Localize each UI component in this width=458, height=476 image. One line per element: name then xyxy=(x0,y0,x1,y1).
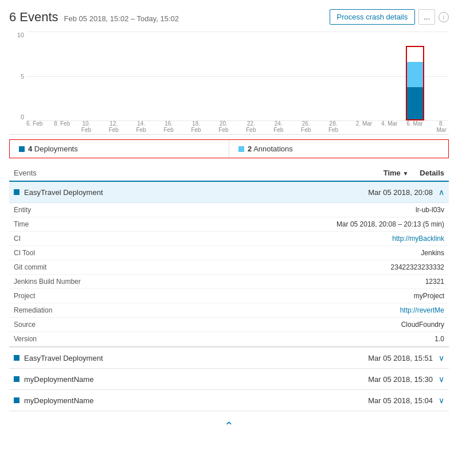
x-label-12feb: 12.Feb xyxy=(109,120,119,133)
svg-rect-1 xyxy=(238,146,244,152)
event-row-1: EasyTravel Deployment Mar 05 2018, 20:08… xyxy=(9,182,449,347)
scroll-up-button[interactable]: ⌃ xyxy=(224,419,234,433)
detail-label-time: Time xyxy=(14,220,29,228)
legend-annotations[interactable]: 2 Annotations xyxy=(229,140,448,158)
chart-container: 10 5 0 6. Feb 8. Feb 10.Feb xyxy=(9,32,449,135)
event-name-3: myDeploymentName xyxy=(24,375,93,384)
chevron-down-2[interactable]: ∨ xyxy=(439,353,444,362)
svg-rect-4 xyxy=(14,376,19,382)
detail-value-jenkins: 12321 xyxy=(425,278,444,286)
event-time-4: Mar 05 2018, 15:04 xyxy=(368,396,433,405)
detail-row-git: Git commit 23422323233332 xyxy=(9,260,449,275)
event-time-2: Mar 05 2018, 15:51 xyxy=(368,354,433,362)
event-dot-1 xyxy=(14,189,19,195)
event-left-1: EasyTravel Deployment xyxy=(14,188,103,197)
event-left-2: EasyTravel Deployment xyxy=(14,354,103,362)
detail-value-ci[interactable]: http://myBacklink xyxy=(392,235,444,243)
table-header: Events Time ▼ Details xyxy=(9,165,449,182)
scroll-up-container: ⌃ xyxy=(9,411,449,441)
chevron-down-4[interactable]: ∨ xyxy=(439,396,444,405)
info-icon[interactable]: i xyxy=(439,12,449,22)
x-label-20feb: 20.Feb xyxy=(218,120,228,133)
page-container: 6 Events Feb 05 2018, 15:02 – Today, 15:… xyxy=(0,0,458,450)
event-right-3: Mar 05 2018, 15:30 ∨ xyxy=(368,374,444,384)
header-right: Process crash details ... i xyxy=(330,9,449,25)
event-row-2[interactable]: EasyTravel Deployment Mar 05 2018, 15:51… xyxy=(9,347,449,369)
col-events-label: Events xyxy=(14,169,37,177)
detail-value-source: CloudFoundry xyxy=(401,321,444,329)
svg-rect-0 xyxy=(19,146,25,152)
detail-value-time: Mar 05 2018, 20:08 – 20:13 (5 min) xyxy=(336,220,444,228)
chevron-down-3[interactable]: ∨ xyxy=(439,374,444,384)
event-name-4: myDeploymentName xyxy=(24,396,93,405)
col-details-header: Details xyxy=(420,169,444,177)
header: 6 Events Feb 05 2018, 15:02 – Today, 15:… xyxy=(9,9,449,25)
x-label-6mar: 6. Mar xyxy=(406,120,422,127)
detail-label-git: Git commit xyxy=(14,263,46,271)
event-left-4: myDeploymentName xyxy=(14,396,93,405)
detail-label-project: Project xyxy=(14,292,35,300)
detail-row-ci-tool: CI Tool Jenkins xyxy=(9,246,449,260)
legend-annotations-label: 2 Annotations xyxy=(248,145,293,153)
detail-label-source: Source xyxy=(14,321,36,329)
more-button[interactable]: ... xyxy=(418,9,435,25)
x-label-14feb: 14.Feb xyxy=(136,120,146,133)
detail-label-version: Version xyxy=(14,335,37,343)
detail-label-ci: CI xyxy=(14,235,21,243)
detail-row-source: Source CloudFoundry xyxy=(9,318,449,332)
col-time-header[interactable]: Time ▼ xyxy=(383,169,409,177)
x-label-18feb: 18.Feb xyxy=(191,120,201,133)
detail-label-entity: Entity xyxy=(14,206,31,214)
x-label-10feb: 10.Feb xyxy=(81,120,91,133)
x-label-4mar: 4. Mar xyxy=(381,120,397,127)
y-label-10: 10 xyxy=(17,32,24,38)
detail-row-jenkins: Jenkins Build Number 12321 xyxy=(9,275,449,289)
x-label-16feb: 16.Feb xyxy=(164,120,174,133)
event-time-1: Mar 05 2018, 20:08 xyxy=(368,188,433,197)
events-count: 6 Events xyxy=(9,10,58,25)
detail-value-version: 1.0 xyxy=(434,335,444,343)
x-label-22feb: 22.Feb xyxy=(246,120,256,133)
event-time-3: Mar 05 2018, 15:30 xyxy=(368,375,433,384)
detail-value-project: myProject xyxy=(414,292,444,300)
event-dot-2 xyxy=(14,355,19,361)
date-range: Feb 05 2018, 15:02 – Today, 15:02 xyxy=(64,14,179,23)
event-row-main-1[interactable]: EasyTravel Deployment Mar 05 2018, 20:08… xyxy=(9,182,449,203)
deployment-icon xyxy=(19,146,25,152)
event-name-2: EasyTravel Deployment xyxy=(24,354,103,362)
event-right-4: Mar 05 2018, 15:04 ∨ xyxy=(368,396,444,405)
event-right-2: Mar 05 2018, 15:51 ∨ xyxy=(368,353,444,362)
event-left-3: myDeploymentName xyxy=(14,375,93,384)
event-row-3[interactable]: myDeploymentName Mar 05 2018, 15:30 ∨ xyxy=(9,369,449,390)
x-axis: 6. Feb 8. Feb 10.Feb 12.Feb 14.Feb 16.Fe… xyxy=(26,120,449,134)
legend-container: 4 Deployments 2 Annotations xyxy=(9,139,449,158)
detail-value-remediation[interactable]: http://revertMe xyxy=(400,306,444,314)
detail-value-git: 23422323233332 xyxy=(391,263,444,271)
x-label-8mar: 8. Mar xyxy=(434,120,449,133)
x-label-28feb: 28.Feb xyxy=(328,120,338,133)
svg-rect-3 xyxy=(14,355,19,361)
detail-row-project: Project myProject xyxy=(9,289,449,303)
detail-label-ci-tool: CI Tool xyxy=(14,249,35,257)
x-label-2mar: 2. Mar xyxy=(356,120,372,127)
event-name-1: EasyTravel Deployment xyxy=(24,188,103,197)
bar-segment-light xyxy=(407,62,423,87)
y-axis: 10 5 0 xyxy=(9,32,26,120)
x-label-26feb: 26.Feb xyxy=(301,120,311,133)
detail-value-ci-tool: Jenkins xyxy=(421,249,444,257)
x-label-8feb: 8. Feb xyxy=(54,120,70,127)
legend-deployments[interactable]: 4 Deployments xyxy=(10,140,229,158)
bar-segment-dark xyxy=(407,87,423,120)
event-row-4[interactable]: myDeploymentName Mar 05 2018, 15:04 ∨ xyxy=(9,390,449,411)
header-left: 6 Events Feb 05 2018, 15:02 – Today, 15:… xyxy=(9,10,179,25)
y-label-0: 0 xyxy=(21,114,24,120)
process-crash-button[interactable]: Process crash details xyxy=(330,9,416,25)
event-dot-3 xyxy=(14,376,19,382)
chart-area xyxy=(26,32,449,120)
detail-section-1: Entity lr-ub-l03v Time Mar 05 2018, 20:0… xyxy=(9,203,449,347)
detail-label-remediation: Remediation xyxy=(14,306,52,314)
detail-row-remediation: Remediation http://revertMe xyxy=(9,303,449,318)
detail-row-time: Time Mar 05 2018, 20:08 – 20:13 (5 min) xyxy=(9,217,449,232)
detail-label-jenkins: Jenkins Build Number xyxy=(14,278,81,286)
chevron-up-1[interactable]: ∧ xyxy=(439,188,444,197)
